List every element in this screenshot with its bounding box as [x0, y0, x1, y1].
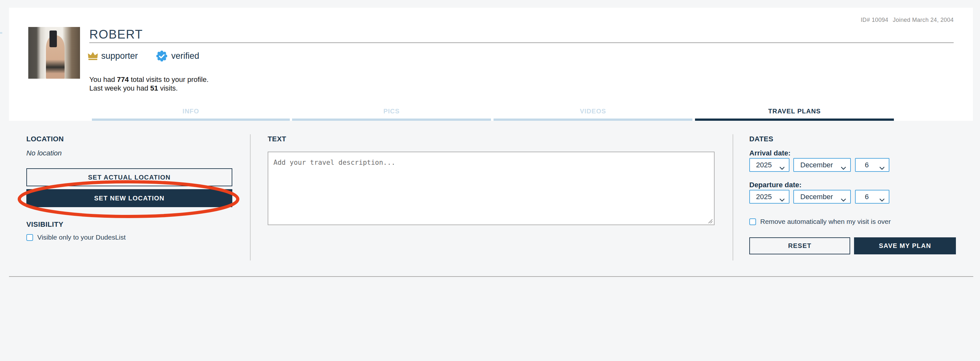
- name-divider: [89, 42, 954, 43]
- dudeslist-checkbox[interactable]: [26, 234, 33, 241]
- dudeslist-checkbox-label: Visible only to your DudesList: [37, 234, 126, 241]
- departure-year-select[interactable]: 2025: [749, 190, 789, 204]
- profile-header-card: ID# 10094 Joined March 24, 2004 ROBERT s…: [9, 8, 973, 121]
- tab-travel-plans-underline: [695, 119, 894, 121]
- arrival-date-label: Arrival date:: [749, 149, 791, 157]
- travel-plans-page: ID# 10094 Joined March 24, 2004 ROBERT s…: [0, 0, 980, 361]
- crown-icon: [88, 51, 98, 60]
- save-my-plan-button[interactable]: SAVE MY PLAN: [854, 237, 956, 254]
- location-status: No location: [26, 149, 62, 157]
- profile-photo[interactable]: [28, 27, 80, 79]
- column-divider-right: [733, 134, 733, 261]
- total-visits-count: 774: [117, 75, 129, 84]
- visibility-heading: VISIBILITY: [26, 220, 63, 229]
- chevron-down-icon: [840, 195, 846, 204]
- section-divider: [9, 276, 973, 277]
- tab-travel-plans-label: TRAVEL PLANS: [695, 108, 894, 115]
- tab-info[interactable]: INFO: [92, 104, 290, 121]
- remove-automatically-row: Remove automatically when my visit is ov…: [749, 218, 891, 226]
- weekly-visits-line: Last week you had 51 visits.: [89, 84, 208, 92]
- arrival-day-select[interactable]: 6: [855, 158, 889, 172]
- verified-icon: [156, 50, 168, 62]
- text-heading: TEXT: [268, 135, 286, 143]
- departure-date-label: Departure date:: [749, 181, 802, 189]
- chevron-down-icon: [840, 164, 846, 172]
- tab-pics[interactable]: PICS: [292, 104, 491, 121]
- total-visits-line: You had 774 total visits to your profile…: [89, 75, 208, 84]
- chevron-down-icon: [779, 164, 785, 172]
- arrival-year-value: 2025: [756, 161, 772, 169]
- visit-stats: You had 774 total visits to your profile…: [89, 75, 208, 92]
- reset-button[interactable]: RESET: [749, 237, 850, 254]
- profile-id: ID# 10094: [861, 17, 888, 24]
- tab-videos-label: VIDEOS: [493, 108, 692, 115]
- departure-year-value: 2025: [756, 193, 772, 201]
- set-actual-location-button[interactable]: SET ACTUAL LOCATION: [26, 168, 232, 186]
- chevron-down-icon: [879, 195, 885, 204]
- arrival-month-value: December: [800, 161, 833, 169]
- chevron-down-icon: [879, 164, 885, 172]
- remove-automatically-checkbox[interactable]: [749, 218, 756, 225]
- tab-pics-label: PICS: [292, 108, 491, 115]
- departure-month-select[interactable]: December: [793, 190, 851, 204]
- tab-info-underline: [92, 119, 290, 121]
- departure-month-value: December: [800, 193, 833, 201]
- travel-description-textarea[interactable]: [268, 152, 714, 225]
- profile-name: ROBERT: [89, 28, 143, 41]
- departure-day-value: 6: [865, 193, 869, 201]
- tab-videos[interactable]: VIDEOS: [493, 104, 692, 121]
- dates-heading: DATES: [749, 135, 773, 143]
- column-divider-left: [250, 134, 251, 261]
- visibility-checkbox-row: Visible only to your DudesList: [26, 234, 126, 241]
- arrival-year-select[interactable]: 2025: [749, 158, 789, 172]
- left-edge-marker: [0, 32, 2, 34]
- tab-pics-underline: [292, 119, 491, 121]
- set-new-location-button[interactable]: SET NEW LOCATION: [26, 189, 232, 207]
- arrival-day-value: 6: [865, 161, 869, 169]
- chevron-down-icon: [779, 195, 785, 204]
- badge-row: supporter verified: [88, 49, 199, 62]
- verified-badge-label: verified: [171, 51, 199, 61]
- location-heading: LOCATION: [26, 135, 64, 143]
- tab-videos-underline: [493, 119, 692, 121]
- weekly-visits-count: 51: [150, 84, 158, 92]
- remove-automatically-label: Remove automatically when my visit is ov…: [760, 218, 891, 226]
- joined-date: Joined March 24, 2004: [893, 17, 954, 24]
- tab-travel-plans[interactable]: TRAVEL PLANS: [695, 104, 894, 121]
- supporter-badge-label: supporter: [101, 51, 138, 61]
- tab-info-label: INFO: [92, 108, 290, 115]
- profile-meta: ID# 10094 Joined March 24, 2004: [861, 17, 954, 24]
- departure-day-select[interactable]: 6: [855, 190, 889, 204]
- arrival-month-select[interactable]: December: [793, 158, 851, 172]
